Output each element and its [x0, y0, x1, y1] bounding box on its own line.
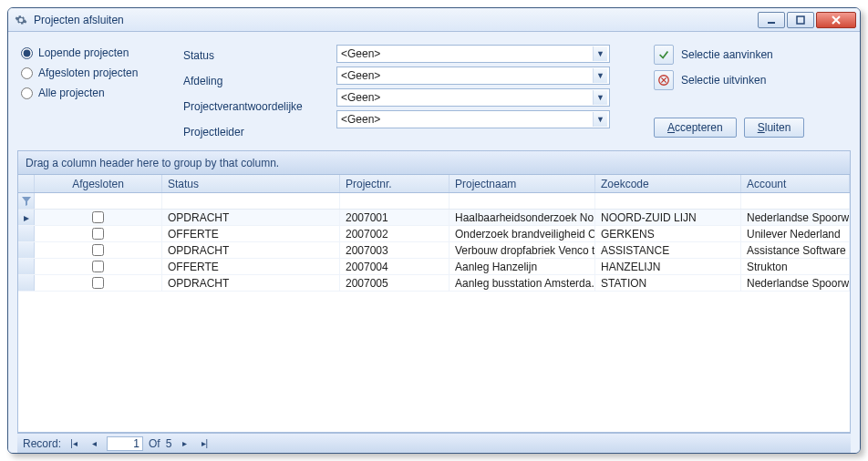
radio-afgesloten-label: Afgesloten projecten — [38, 67, 138, 79]
svg-rect-1 — [797, 16, 804, 24]
cell-afgesloten[interactable] — [35, 226, 162, 241]
cell-account: Nederlandse Spoorwegen — [741, 210, 850, 225]
record-label: Record: — [23, 437, 61, 450]
cell-account: Nederlandse Spoorwegen — [741, 275, 850, 291]
window-buttons — [758, 12, 856, 28]
afgesloten-checkbox[interactable] — [92, 244, 104, 256]
col-header-afgesloten[interactable]: Afgesloten — [35, 175, 162, 192]
combo-leider-value: <Geen> — [341, 113, 380, 126]
col-header-zoekcode[interactable]: Zoekcode — [595, 175, 741, 192]
svg-rect-0 — [768, 22, 775, 24]
window-title: Projecten afsluiten — [34, 14, 124, 26]
record-navigator: Record: |◂ ◂ Of 5 ▸ ▸| — [17, 433, 851, 453]
projects-grid: Afgesloten Status Projectnr. Projectnaam… — [17, 174, 851, 433]
filter-labels: Status Afdeling Projectverantwoordelijke… — [183, 45, 320, 141]
label-verantw: Projectverantwoordelijke — [183, 97, 320, 116]
content-area: Lopende projecten Afgesloten projecten A… — [8, 32, 860, 453]
row-indicator — [18, 275, 35, 291]
chevron-down-icon: ▼ — [593, 90, 607, 105]
nav-first-button[interactable]: |◂ — [67, 437, 81, 450]
cell-account: Assistance Software — [741, 242, 850, 258]
grid-header: Afgesloten Status Projectnr. Projectnaam… — [18, 175, 850, 193]
cell-projectnr: 2007001 — [340, 210, 450, 225]
nav-next-button[interactable]: ▸ — [177, 437, 191, 450]
cell-projectnr: 2007005 — [340, 275, 450, 291]
combo-afdeling[interactable]: <Geen> ▼ — [336, 67, 610, 85]
row-indicator — [18, 242, 35, 258]
accept-button-rest: ccepteren — [675, 121, 723, 134]
label-status: Status — [183, 46, 320, 65]
maximize-button[interactable] — [787, 12, 814, 28]
cell-afgesloten[interactable] — [35, 259, 162, 274]
table-row[interactable]: OFFERTE2007004Aanleg HanzelijnHANZELIJNS… — [18, 259, 850, 275]
combo-leider[interactable]: <Geen> ▼ — [336, 110, 610, 128]
combo-afdeling-value: <Geen> — [341, 69, 380, 82]
accept-button[interactable]: Accepteren — [654, 118, 737, 138]
cell-projectnr: 2007003 — [340, 242, 450, 258]
cell-projectnr: 2007004 — [340, 259, 450, 274]
combo-verantw[interactable]: <Geen> ▼ — [336, 88, 610, 107]
radio-lopende-input[interactable] — [21, 47, 33, 59]
combo-status[interactable]: <Geen> ▼ — [336, 45, 610, 63]
col-header-projectnaam[interactable]: Projectnaam — [450, 175, 595, 192]
grid-filter-row[interactable] — [18, 193, 850, 210]
radio-lopende[interactable]: Lopende projecten — [21, 46, 167, 59]
minimize-button[interactable] — [758, 12, 785, 28]
afgesloten-checkbox[interactable] — [92, 277, 104, 289]
label-leider: Projectleider — [183, 123, 320, 141]
cell-account: Unilever Nederland — [741, 226, 850, 241]
filter-panel: Lopende projecten Afgesloten projecten A… — [17, 39, 851, 150]
deselect-all-button[interactable] — [654, 70, 674, 90]
deselect-all-row: Selectie uitvinken — [654, 70, 804, 90]
col-header-projectnr[interactable]: Projectnr. — [340, 175, 450, 192]
record-total: 5 — [166, 437, 172, 450]
combo-verantw-value: <Geen> — [341, 91, 380, 104]
col-header-account[interactable]: Account — [741, 175, 850, 192]
row-indicator — [18, 226, 35, 241]
cell-projectnaam: Haalbaarheidsonderzoek No.. — [450, 210, 595, 225]
record-current-input[interactable] — [107, 436, 143, 451]
cell-status: OPDRACHT — [162, 275, 340, 291]
cell-projectnaam: Aanleg Hanzelijn — [450, 259, 595, 274]
col-header-status[interactable]: Status — [162, 175, 340, 192]
grid-body[interactable]: ▸OPDRACHT2007001Haalbaarheidsonderzoek N… — [18, 210, 850, 432]
cell-zoekcode: GERKENS — [595, 226, 741, 241]
radio-lopende-label: Lopende projecten — [38, 46, 129, 59]
filter-icon[interactable] — [18, 193, 35, 209]
cell-afgesloten[interactable] — [35, 242, 162, 258]
cell-status: OFFERTE — [162, 226, 340, 241]
select-all-button[interactable] — [654, 45, 674, 65]
button-row: Accepteren Sluiten — [654, 118, 804, 138]
afgesloten-checkbox[interactable] — [92, 261, 104, 272]
cell-zoekcode: HANZELIJN — [595, 259, 741, 274]
close-button[interactable] — [816, 12, 856, 28]
cell-account: Strukton — [741, 259, 850, 274]
cell-zoekcode: ASSISTANCE — [595, 242, 741, 258]
group-by-header[interactable]: Drag a column header here to group by th… — [17, 150, 851, 174]
nav-prev-button[interactable]: ◂ — [87, 437, 101, 450]
cell-zoekcode: NOORD-ZUID LIJN — [595, 210, 741, 225]
nav-last-button[interactable]: ▸| — [197, 437, 212, 450]
afgesloten-checkbox[interactable] — [92, 228, 104, 240]
radio-afgesloten-input[interactable] — [21, 67, 33, 79]
radio-alle-input[interactable] — [21, 87, 33, 99]
radio-alle[interactable]: Alle projecten — [21, 87, 167, 99]
table-row[interactable]: ▸OPDRACHT2007001Haalbaarheidsonderzoek N… — [18, 210, 850, 226]
radio-afgesloten[interactable]: Afgesloten projecten — [21, 67, 167, 79]
project-scope-radios: Lopende projecten Afgesloten projecten A… — [21, 45, 167, 99]
close-dialog-button[interactable]: Sluiten — [744, 118, 805, 138]
afgesloten-checkbox[interactable] — [92, 211, 104, 223]
filter-combos: <Geen> ▼ <Geen> ▼ <Geen> ▼ <Geen> ▼ — [336, 45, 610, 128]
table-row[interactable]: OFFERTE2007002Onderzoek brandveiligheid … — [18, 226, 850, 242]
cell-zoekcode: STATION — [595, 275, 741, 291]
select-all-row: Selectie aanvinken — [654, 45, 804, 65]
cell-afgesloten[interactable] — [35, 210, 162, 225]
cell-projectnr: 2007002 — [340, 226, 450, 241]
chevron-down-icon: ▼ — [593, 112, 607, 127]
combo-status-value: <Geen> — [341, 47, 380, 60]
cell-afgesloten[interactable] — [35, 275, 162, 291]
row-indicator-header — [18, 175, 35, 192]
table-row[interactable]: OPDRACHT2007005Aanleg busstation Amsterd… — [18, 275, 850, 292]
table-row[interactable]: OPDRACHT2007003Verbouw dropfabriek Venco… — [18, 242, 850, 259]
row-indicator — [18, 259, 35, 274]
